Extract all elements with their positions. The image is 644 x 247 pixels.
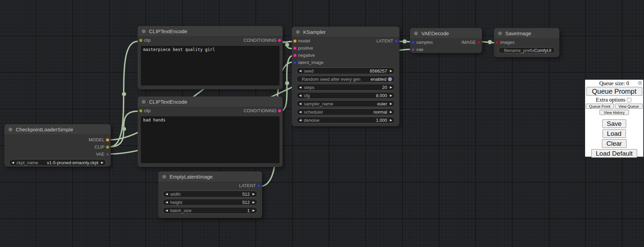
queue-menu-panel: Queue size: 0 ⚙ Queue Prompt Extra optio… bbox=[585, 80, 643, 157]
output-slot-image[interactable] bbox=[477, 41, 481, 44]
input-slot-clip[interactable] bbox=[139, 109, 143, 113]
decrement-arrow-icon[interactable]: ◀ bbox=[165, 201, 168, 204]
output-label-conditioning: CONDITIONING bbox=[244, 38, 276, 43]
widget-filename-prefix[interactable]: filename_prefix ComfyUI bbox=[498, 47, 555, 53]
input-label-negative: negative bbox=[298, 53, 315, 58]
queue-prompt-button[interactable]: Queue Prompt bbox=[586, 87, 642, 96]
node-vae-decode[interactable]: VAEDecode samples IMAGE vae bbox=[410, 28, 482, 53]
increment-arrow-icon[interactable]: ▶ bbox=[390, 86, 392, 89]
node-header[interactable]: EmptyLatentImage bbox=[158, 171, 262, 182]
collapse-dot-icon[interactable] bbox=[296, 30, 300, 34]
increment-arrow-icon[interactable]: ▶ bbox=[101, 161, 103, 164]
output-slot-latent[interactable] bbox=[395, 39, 398, 43]
node-save-image[interactable]: SaveImage images filename_prefix ComfyUI bbox=[494, 28, 559, 57]
node-ksampler[interactable]: KSampler model LATENT positive negative … bbox=[292, 27, 399, 126]
load-default-button[interactable]: Load Default bbox=[591, 149, 637, 158]
output-label-model: MODEL bbox=[89, 137, 104, 142]
increment-arrow-icon[interactable]: ▶ bbox=[252, 201, 255, 204]
node-clip-text-encode-positive[interactable]: CLIPTextEncode clip CONDITIONING masterp… bbox=[138, 26, 283, 89]
output-label-image: IMAGE bbox=[461, 40, 476, 45]
widget-label: filename_prefix bbox=[504, 48, 534, 53]
link-midpoint-dot bbox=[488, 40, 492, 44]
collapse-dot-icon[interactable] bbox=[142, 100, 146, 104]
node-checkpoint-loader[interactable]: CheckpointLoaderSimple MODEL CLIP VAE ◀ … bbox=[4, 124, 111, 167]
node-header[interactable]: KSampler bbox=[292, 27, 399, 37]
clear-button[interactable]: Clear bbox=[602, 139, 626, 148]
link-midpoint-dot bbox=[122, 92, 126, 96]
view-queue-button[interactable]: View Queue bbox=[615, 104, 643, 109]
collapse-dot-icon[interactable] bbox=[498, 31, 502, 35]
widget-value: euler bbox=[333, 101, 387, 106]
decrement-arrow-icon[interactable]: ◀ bbox=[165, 193, 168, 196]
link-midpoint-dot bbox=[402, 39, 407, 43]
increment-arrow-icon[interactable]: ▶ bbox=[390, 94, 392, 97]
input-slot-positive[interactable] bbox=[293, 47, 297, 50]
widget-batch-size[interactable]: ◀ batch_size 1 ▶ bbox=[163, 207, 258, 214]
widget-steps[interactable]: ◀ steps 20 ▶ bbox=[296, 84, 395, 91]
widget-value: ComfyUI bbox=[534, 48, 552, 53]
queue-front-button[interactable]: Queue Front bbox=[586, 104, 614, 109]
input-slot-latent-image[interactable] bbox=[293, 61, 297, 64]
widget-label: seed bbox=[304, 68, 313, 74]
toggle-knob[interactable] bbox=[388, 77, 392, 81]
extra-options-checkbox[interactable] bbox=[627, 98, 631, 102]
node-header[interactable]: SaveImage bbox=[494, 28, 559, 39]
decrement-arrow-icon[interactable]: ◀ bbox=[12, 161, 14, 164]
widget-ckpt-name[interactable]: ◀ ckpt_name v1-5-pruned-emaonly.ckpt ▶ bbox=[9, 159, 106, 166]
widget-label: height bbox=[170, 200, 182, 205]
widget-height[interactable]: ◀ height 512 ▶ bbox=[163, 199, 258, 206]
increment-arrow-icon[interactable]: ▶ bbox=[390, 69, 392, 73]
increment-arrow-icon[interactable]: ▶ bbox=[252, 209, 255, 212]
collapse-dot-icon[interactable] bbox=[162, 175, 166, 179]
output-slot-vae[interactable] bbox=[106, 153, 109, 156]
decrement-arrow-icon[interactable]: ◀ bbox=[299, 119, 301, 122]
prompt-textarea[interactable]: bad hands bbox=[141, 116, 280, 163]
prompt-textarea[interactable]: masterpiece best quality girl bbox=[141, 46, 280, 86]
increment-arrow-icon[interactable]: ▶ bbox=[390, 110, 392, 114]
input-slot-model[interactable] bbox=[293, 39, 297, 43]
input-slot-samples[interactable] bbox=[411, 41, 415, 44]
decrement-arrow-icon[interactable]: ◀ bbox=[299, 94, 301, 97]
increment-arrow-icon[interactable]: ▶ bbox=[390, 102, 392, 105]
widget-width[interactable]: ◀ width 512 ▶ bbox=[163, 191, 258, 197]
decrement-arrow-icon[interactable]: ◀ bbox=[299, 69, 301, 73]
widget-random-seed-toggle[interactable]: Random seed after every gen enabled bbox=[296, 76, 395, 82]
collapse-dot-icon[interactable] bbox=[9, 128, 12, 131]
widget-cfg[interactable]: ◀ cfg 8.000 ▶ bbox=[296, 92, 395, 99]
output-slot-model[interactable] bbox=[106, 138, 109, 142]
settings-gear-icon[interactable]: ⚙ bbox=[638, 80, 642, 86]
decrement-arrow-icon[interactable]: ◀ bbox=[299, 102, 301, 105]
node-header[interactable]: VAEDecode bbox=[410, 28, 482, 39]
widget-seed[interactable]: ◀ seed 8566257 ▶ bbox=[296, 67, 395, 74]
decrement-arrow-icon[interactable]: ◀ bbox=[165, 209, 168, 212]
output-slot-clip[interactable] bbox=[106, 145, 109, 149]
increment-arrow-icon[interactable]: ▶ bbox=[390, 119, 392, 122]
input-slot-negative[interactable] bbox=[293, 54, 297, 57]
widget-value: 8566257 bbox=[313, 68, 387, 74]
load-button[interactable]: Load bbox=[603, 129, 626, 138]
decrement-arrow-icon[interactable]: ◀ bbox=[299, 86, 301, 89]
node-header[interactable]: CLIPTextEncode bbox=[138, 96, 283, 107]
input-label-images: images bbox=[500, 40, 515, 45]
widget-scheduler[interactable]: ◀ scheduler normal ▶ bbox=[296, 108, 395, 115]
widget-label: sampler_name bbox=[304, 101, 333, 106]
collapse-dot-icon[interactable] bbox=[142, 29, 146, 33]
decrement-arrow-icon[interactable]: ◀ bbox=[299, 110, 301, 114]
widget-sampler-name[interactable]: ◀ sampler_name euler ▶ bbox=[296, 100, 395, 107]
node-clip-text-encode-negative[interactable]: CLIPTextEncode clip CONDITIONING bad han… bbox=[138, 96, 283, 167]
node-header[interactable]: CheckpointLoaderSimple bbox=[4, 124, 111, 135]
input-slot-images[interactable] bbox=[495, 41, 499, 44]
node-header[interactable]: CLIPTextEncode bbox=[138, 26, 283, 37]
input-slot-clip[interactable] bbox=[139, 39, 143, 42]
input-slot-vae[interactable] bbox=[411, 48, 415, 51]
output-slot-latent[interactable] bbox=[257, 184, 261, 187]
view-history-button[interactable]: View History bbox=[599, 110, 629, 115]
output-slot-conditioning[interactable] bbox=[278, 39, 281, 42]
widget-denoise[interactable]: ◀ denoise 1.000 ▶ bbox=[296, 117, 395, 124]
widget-label: steps bbox=[304, 85, 314, 90]
output-slot-conditioning[interactable] bbox=[278, 109, 281, 113]
save-button[interactable]: Save bbox=[602, 119, 626, 128]
increment-arrow-icon[interactable]: ▶ bbox=[252, 193, 255, 196]
collapse-dot-icon[interactable] bbox=[414, 31, 418, 35]
node-empty-latent-image[interactable]: EmptyLatentImage LATENT ◀ width 512 ▶ ◀ … bbox=[158, 171, 262, 218]
